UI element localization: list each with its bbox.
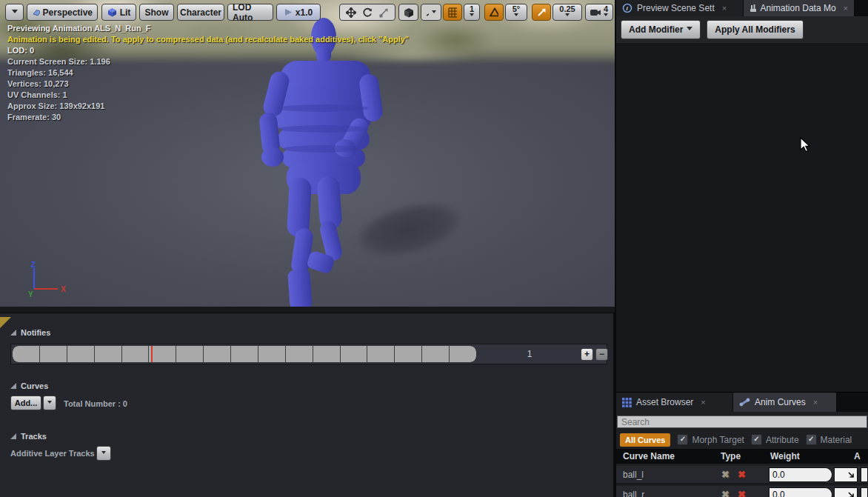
notify-track-segment[interactable] xyxy=(13,346,40,362)
lod-auto-button[interactable]: LOD Auto xyxy=(227,4,273,21)
rotation-snap-toggle[interactable] xyxy=(484,4,504,21)
morph-type-icon[interactable]: ✖ xyxy=(721,489,730,497)
auto-checkbox-partial[interactable] xyxy=(861,467,868,482)
notify-track-segment[interactable] xyxy=(341,346,368,362)
lit-cube-icon xyxy=(107,7,117,17)
weight-expand-button[interactable] xyxy=(834,487,858,497)
morph-target-label: Morph Target xyxy=(692,435,744,445)
material-filter[interactable]: ✓ Material xyxy=(806,434,852,445)
weight-expand-button[interactable] xyxy=(834,467,858,482)
surface-snapping-button[interactable] xyxy=(421,4,441,21)
add-notify-track-button[interactable]: + xyxy=(581,348,593,361)
all-curves-filter-button[interactable]: All Curves xyxy=(620,433,670,447)
column-type: Type xyxy=(721,451,741,461)
add-modifier-button[interactable]: Add Modifier xyxy=(621,20,701,39)
auto-checkbox-partial[interactable] xyxy=(861,487,868,497)
column-weight: Weight xyxy=(770,451,800,461)
panel-divider[interactable] xyxy=(615,0,616,497)
notify-track-segment[interactable] xyxy=(40,346,67,362)
curves-section-header[interactable]: Curves xyxy=(10,381,48,390)
morph-type-icon[interactable]: ✖ xyxy=(721,469,730,480)
axis-gizmo: Z X Y xyxy=(21,261,68,299)
notify-track-segment[interactable] xyxy=(67,346,95,362)
world-cube-icon xyxy=(404,7,413,18)
remove-notify-track-button[interactable]: − xyxy=(595,348,608,361)
notify-track-segment[interactable] xyxy=(122,346,150,362)
anim-curves-panel: Asset Browser × Anim Curves × All Curves… xyxy=(616,393,868,497)
curve-row-ball-l[interactable]: ball_l ✖ ✖ 0.0 xyxy=(616,466,868,484)
viewport-options-dropdown[interactable] xyxy=(5,4,24,21)
rotation-snap-value-button[interactable]: 5° xyxy=(505,4,527,21)
tab-anim-curves[interactable]: Anim Curves × xyxy=(733,393,837,412)
show-label: Show xyxy=(145,7,169,18)
right-top-tabbar: i Preview Scene Sett × Animation Data Mo… xyxy=(616,0,868,16)
translate-tool-icon[interactable] xyxy=(346,7,356,18)
notify-track-segment[interactable] xyxy=(313,346,341,362)
tab-asset-browser[interactable]: Asset Browser × xyxy=(616,393,733,412)
add-curve-dropdown[interactable] xyxy=(43,396,56,410)
notify-track-segment[interactable] xyxy=(204,346,231,362)
anim-curves-icon xyxy=(739,398,750,407)
notify-track-segment[interactable] xyxy=(422,346,450,362)
notify-track-segment[interactable] xyxy=(286,346,313,362)
material-type-icon[interactable]: ✖ xyxy=(738,469,746,480)
notify-track-strip[interactable] xyxy=(13,346,476,362)
curve-row-ball-r[interactable]: ball_r ✖ ✖ 0.0 xyxy=(616,486,868,497)
grid-snap-toggle[interactable] xyxy=(443,4,462,21)
scale-snap-toggle[interactable] xyxy=(532,4,551,21)
scale-tool-icon[interactable] xyxy=(378,7,389,18)
attribute-filter[interactable]: ✓ Attribute xyxy=(751,434,799,445)
close-icon[interactable]: × xyxy=(722,4,727,13)
playback-speed-button[interactable]: x1.0 xyxy=(276,4,321,21)
rotate-tool-icon[interactable] xyxy=(362,7,373,18)
notify-track-segment[interactable] xyxy=(258,346,286,362)
additive-layer-tracks-dropdown[interactable] xyxy=(96,446,111,461)
checkbox-icon[interactable]: ✓ xyxy=(677,434,688,445)
tab-preview-scene-settings[interactable]: i Preview Scene Sett × xyxy=(616,0,744,16)
camera-speed-button[interactable]: 4 xyxy=(585,4,613,21)
bottom-right-tabbar: Asset Browser × Anim Curves × xyxy=(616,393,868,412)
world-local-toggle[interactable] xyxy=(398,4,418,21)
curves-total-label: Total Number : 0 xyxy=(64,399,127,408)
notify-track-segment[interactable] xyxy=(450,346,476,362)
notify-track-segment[interactable] xyxy=(95,346,122,362)
checkbox-icon[interactable]: ✓ xyxy=(806,434,817,445)
grid-snap-value-button[interactable]: 1 xyxy=(464,4,480,21)
scale-snap-value-button[interactable]: 0.25 xyxy=(552,4,582,21)
notifies-section-header[interactable]: Notifies xyxy=(10,328,50,337)
weight-input[interactable]: 0.0 xyxy=(769,467,832,482)
checkbox-icon[interactable]: ✓ xyxy=(751,434,762,445)
tab-animation-data-modifiers[interactable]: Animation Data Mo × xyxy=(744,0,855,16)
add-curve-button[interactable]: Add... xyxy=(10,396,41,410)
column-auto: A xyxy=(854,451,861,461)
notifies-title: Notifies xyxy=(21,328,50,337)
chevron-down-icon xyxy=(101,451,106,456)
close-icon[interactable]: × xyxy=(813,398,818,407)
diagonal-arrow-icon xyxy=(848,492,855,497)
character-menu-button[interactable]: Character xyxy=(177,4,224,21)
material-label: Material xyxy=(821,435,852,445)
notify-track-segment[interactable] xyxy=(176,346,204,362)
apply-all-modifiers-button[interactable]: Apply All Modifiers xyxy=(707,20,803,39)
material-type-icon[interactable]: ✖ xyxy=(738,489,746,497)
curve-search-input[interactable] xyxy=(617,416,867,428)
preview-character[interactable] xyxy=(0,0,615,313)
notify-track-segment[interactable] xyxy=(231,346,258,362)
tracks-section-header[interactable]: Tracks xyxy=(10,432,47,441)
playhead-marker[interactable] xyxy=(151,346,153,362)
notify-track-segment[interactable] xyxy=(395,346,422,362)
additive-layer-tracks-label: Additive Layer Tracks xyxy=(10,449,95,458)
perspective-button[interactable]: Perspective xyxy=(27,4,98,21)
weight-input[interactable]: 0.0 xyxy=(769,487,832,497)
panel-divider[interactable] xyxy=(616,392,868,393)
chevron-down-icon xyxy=(432,10,436,16)
morph-target-filter[interactable]: ✓ Morph Target xyxy=(677,434,744,445)
preview-viewport[interactable]: Perspective Lit Show Character LOD Auto … xyxy=(0,0,616,313)
close-icon[interactable]: × xyxy=(701,398,705,407)
lit-mode-button[interactable]: Lit xyxy=(101,4,136,21)
show-menu-button[interactable]: Show xyxy=(139,4,174,21)
axis-y-label: Y xyxy=(28,290,33,298)
notify-track-segment[interactable] xyxy=(367,346,395,362)
notify-track-segment[interactable] xyxy=(149,346,176,362)
close-icon[interactable]: × xyxy=(844,4,848,13)
